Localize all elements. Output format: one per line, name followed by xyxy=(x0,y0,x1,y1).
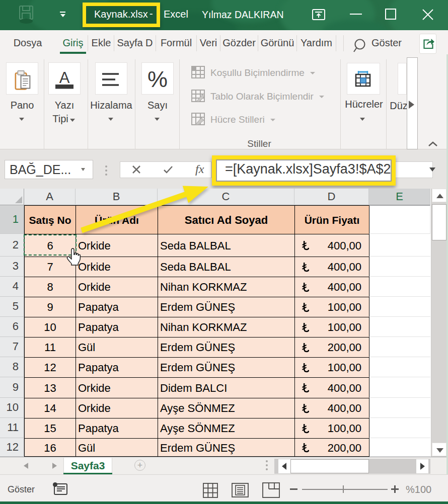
svg-text:A: A xyxy=(59,69,70,87)
